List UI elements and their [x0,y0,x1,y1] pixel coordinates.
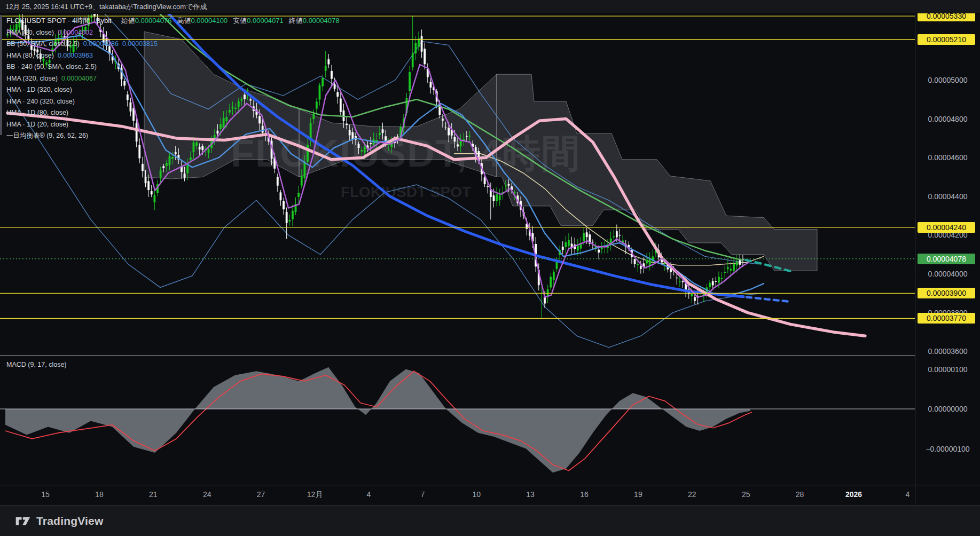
candle-body [448,128,450,135]
candle-body [424,49,426,64]
legend-indicator-row[interactable]: BB · 240 (50, SMA, close, 2.5) [6,62,339,71]
candle-body [208,149,210,153]
candle-body [487,186,489,187]
candle-body [382,129,384,133]
price-axis-border [915,13,915,505]
legend-indicator-row[interactable]: HMA · 1D (80, close) [6,108,339,117]
time-label: 2026 [845,490,862,499]
candle-body [484,177,486,184]
candle-body [718,277,720,283]
candle-body [195,142,198,146]
time-label: 24 [203,490,211,499]
candle-body [153,195,155,202]
price-level-label: 0.00003770 [918,313,975,324]
candle-body [301,176,303,186]
candle-body [637,264,639,265]
candle-body [193,143,195,152]
candle-body [499,195,501,200]
candle-body [634,259,636,264]
ichimoku-cloud [497,74,817,271]
candle-body [715,281,717,282]
candle-body [493,195,495,201]
time-label: 27 [257,490,265,499]
candle-body [682,281,684,282]
candle-body [586,232,588,237]
time-axis[interactable]: 151821242712月471013161922252820264 [0,485,915,505]
candle-body [169,156,171,165]
legend-indicator-row[interactable]: 一目均衡表® (9, 26, 52, 26) [6,131,339,140]
legend-indicator-row[interactable]: BB (50, SMA, close, 2.5)0.000042860.0000… [6,40,339,48]
candle-body [364,146,366,152]
candle-body [592,242,594,242]
candle-body [709,283,711,287]
ohlc-value: 0.00004100 [191,17,228,25]
candle-body [505,185,507,186]
tradingview-logo-icon [15,516,31,526]
candle-body [351,132,354,139]
tradingview-logo-text: TradingView [36,515,104,527]
ohlc-values: 始値0.00004076高値0.00004100安値0.00004071終値0.… [116,17,340,25]
indicator-legend: FLOKIUSDT SPOT · 4時間 · Bybit始値0.00004076… [6,17,339,143]
candle-body [349,130,351,136]
indicator-name: 一目均衡表® (9, 26, 52, 26) [6,132,88,139]
indicator-value: 0.00004002 [58,29,93,36]
tradingview-logo[interactable]: TradingView [15,515,104,527]
candle-body [199,147,201,149]
candle-body [691,294,693,296]
price-axis[interactable]: 0.000050000.000048000.000046000.00004400… [915,13,980,505]
legend-accent-bar [0,15,2,135]
candle-body [679,281,681,282]
price-level-label: 0.00003900 [918,288,975,298]
candle-body [721,278,723,279]
price-tick: 0.00004400 [915,192,980,201]
legend-symbol-row[interactable]: FLOKIUSDT SPOT · 4時間 · Bybit始値0.00004076… [6,17,339,25]
candle-body [186,165,189,173]
candle-body [565,242,567,247]
candle-body [360,150,363,152]
indicator-name: HMA · 240 (320, close) [6,98,75,105]
macd-pane-label[interactable]: MACD (9, 17, close) [6,361,67,368]
candle-body [730,269,732,271]
legend-indicator-row[interactable]: HMA · 1D (320, close) [6,85,339,94]
candle-body [694,297,696,301]
macd-tick: −0.00000100 [915,444,980,454]
candle-body [640,266,642,269]
candle-body [469,136,471,136]
candle-body [162,166,164,168]
chart-header-caption: 12月 25, 2025 16:41 UTC+9、takatabaがTradin… [0,0,980,13]
candle-body [457,144,459,146]
candle-body [340,99,342,112]
indicator-name: HMA (320, close) [6,75,58,82]
legend-indicator-row[interactable]: HMA · 1D (20, close) [6,120,339,129]
candle-body [286,212,288,223]
ohlc-label: 始値 [121,17,135,25]
time-label: 18 [95,490,104,499]
indicator-name: HMA (20, close) [6,29,54,36]
candle-body [613,237,615,238]
candle-body [184,174,186,178]
macd-pane[interactable] [5,367,752,472]
candle-body [303,162,305,178]
candle-body [307,145,309,162]
ohlc-value: 0.00004076 [135,17,172,25]
ohlc-value: 0.00004078 [303,17,340,25]
candle-body [145,177,147,183]
candle-body [379,133,381,135]
candle-body [166,163,168,166]
indicator-name: HMA · 1D (20, close) [6,121,68,128]
time-label: 7 [420,490,425,499]
candle-body [412,53,414,67]
pane-separator[interactable] [0,355,915,356]
legend-indicator-row[interactable]: HMA (20, close)0.00004002 [6,28,339,37]
ohlc-label: 高値 [177,17,191,25]
candle-body [601,247,603,249]
legend-indicator-row[interactable]: HMA (320, close)0.00004067 [6,74,339,83]
candle-body [514,192,516,193]
legend-indicator-row[interactable]: HMA (80, close)0.00003963 [6,51,339,60]
candle-body [550,277,552,287]
candle-body [346,124,348,125]
candle-body [297,193,300,197]
time-label: 19 [634,490,642,499]
legend-indicator-row[interactable]: HMA · 240 (320, close) [6,97,339,106]
price-tick: 0.00004600 [915,153,980,162]
